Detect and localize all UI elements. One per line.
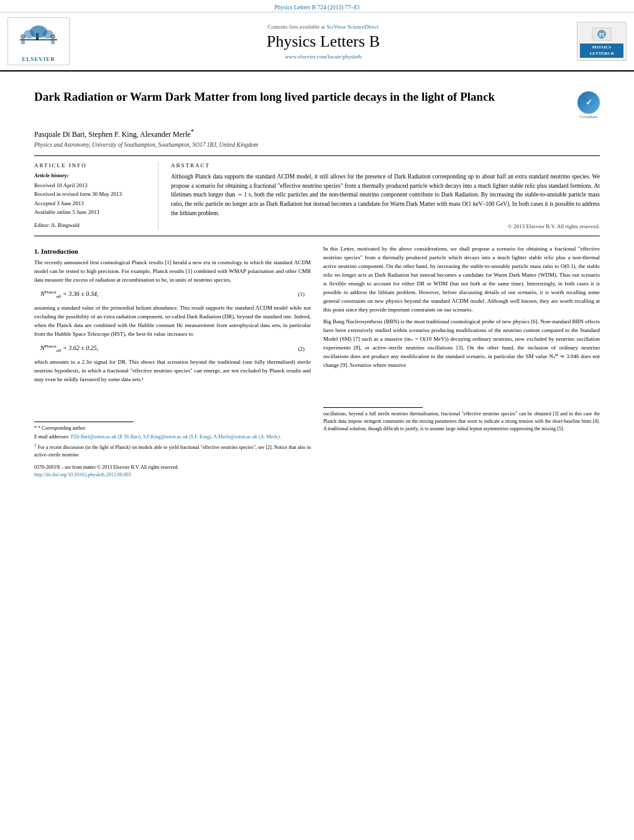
svg-text:PL: PL — [599, 32, 605, 38]
equation-2-label: (2) — [298, 346, 305, 352]
body-col-left: 1. Introduction The recently announced f… — [34, 245, 311, 482]
sciverse-line: Contents lists available at SciVerse Sci… — [82, 24, 564, 30]
equation-1-formula: NPlanckeff = 3.36 ± 0.34, — [40, 290, 98, 299]
email-label: E-mail addresses: — [34, 434, 70, 440]
authors-line: Pasquale Di Bari, Stephen F. King, Alexa… — [34, 127, 600, 139]
footer-divider — [34, 422, 134, 422]
equation-2-formula: NPlanckeff = 3.62 ± 0.25, — [40, 344, 98, 353]
journal-header: ELSEVIER Contents lists available at Sci… — [0, 12, 634, 72]
section1-title: 1. Introduction — [34, 247, 311, 255]
abstract-header: ABSTRACT — [171, 162, 600, 168]
footer-left-area: * * Corresponding author. E-mail address… — [34, 422, 311, 479]
copyright-line: © 2013 Elsevier B.V. All rights reserved… — [171, 223, 600, 229]
equation-2-block: NPlanckeff = 3.62 ± 0.25, (2) — [34, 344, 311, 353]
journal-title: Physics Letters B — [82, 32, 564, 51]
col1-para3: which amounts to a 2.3σ signal for DR. T… — [34, 358, 311, 384]
col1-para2: assuming a standard value of the primord… — [34, 304, 311, 339]
body-col-right: In this Letter, motivated by the above c… — [323, 245, 600, 482]
editor-info: Editor: A. Ringwald — [34, 221, 145, 229]
footnote1-text: For a recent discussion (in the light of… — [34, 445, 311, 458]
issn-text: 0370-2693/$ – see front matter © 2013 El… — [34, 464, 179, 470]
main-content: Dark Radiation or Warm Dark Matter from … — [0, 72, 634, 495]
equation-1-label: (1) — [298, 291, 305, 297]
equation-1-block: NPlanckeff = 3.36 ± 0.34, (1) — [34, 290, 311, 299]
crossmark-badge: ✓ CrossMark — [577, 91, 600, 119]
footnote1-symbol: 1 — [34, 443, 37, 448]
crossmark-icon: ✓ — [577, 91, 600, 114]
footer-right-divider — [323, 407, 423, 408]
col1-para1: The recently announced first cosmologica… — [34, 259, 311, 285]
article-title-text: Dark Radiation or Warm Dark Matter from … — [34, 89, 570, 105]
authors-text: Pasquale Di Bari, Stephen F. King, Alexa… — [34, 130, 191, 139]
pl-logo-icon: PL — [589, 25, 614, 44]
page-container: Physics Letters B 724 (2013) 77–83 ELSEV… — [0, 0, 634, 840]
crossmark-label: CrossMark — [577, 114, 600, 119]
doi-link[interactable]: http://dx.doi.org/10.1016/j.physletb.201… — [34, 472, 131, 478]
elsevier-logo: ELSEVIER — [7, 17, 70, 65]
email-links[interactable]: P.Di-Bari@soton.ac.uk (P. Di Bari), S.F.… — [71, 434, 282, 440]
body-columns: 1. Introduction The recently announced f… — [34, 245, 600, 482]
contents-list-text: Contents lists available at — [268, 24, 325, 30]
affiliation-text: Physics and Astronomy, University of Sou… — [34, 142, 600, 148]
journal-top-bar: Physics Letters B 724 (2013) 77–83 — [0, 0, 634, 12]
email-note: E-mail addresses: P.Di-Bari@soton.ac.uk … — [34, 433, 311, 441]
journal-url: www.elsevier.com/locate/physletb — [82, 53, 564, 60]
journal-center: Contents lists available at SciVerse Sci… — [70, 24, 577, 60]
article-info-header: ARTICLE INFO — [34, 162, 145, 168]
journal-url-link[interactable]: www.elsevier.com/locate/physletb — [285, 53, 361, 60]
col2-para2: Big Bang Nucleosynthesis (BBN) is the mo… — [323, 318, 600, 370]
svg-point-5 — [21, 34, 25, 39]
article-history-label: Article history: — [34, 172, 145, 178]
physics-letters-logo: PL PHYSICS LETTERS B — [577, 22, 627, 60]
corresponding-author-note: * * Corresponding author. — [34, 425, 311, 432]
received-date: Received 10 April 2013 — [34, 181, 145, 190]
elsevier-tree-icon — [17, 21, 60, 55]
accepted-date: Accepted 3 June 2013 — [34, 199, 145, 208]
corresponding-asterisk: * — [191, 127, 195, 135]
abstract-text: Although Planck data supports the standa… — [171, 172, 600, 218]
article-title: Dark Radiation or Warm Dark Matter from … — [34, 89, 570, 105]
sciverse-link[interactable]: SciVerse ScienceDirect — [326, 24, 379, 30]
svg-rect-8 — [51, 39, 55, 44]
svg-rect-6 — [21, 39, 25, 44]
abstract-section: ABSTRACT Although Planck data supports t… — [158, 162, 600, 229]
svg-point-7 — [50, 34, 55, 39]
col2-para1: In this Letter, motivated by the above c… — [323, 245, 600, 315]
footnote1: 1 For a recent discussion (in the light … — [34, 442, 311, 459]
revised-date: Received in revised form 30 May 2013 — [34, 190, 145, 198]
article-info-column: ARTICLE INFO Article history: Received 1… — [34, 162, 158, 229]
article-title-section: Dark Radiation or Warm Dark Matter from … — [34, 89, 600, 119]
journal-citation-link[interactable]: Physics Letters B 724 (2013) 77–83 — [275, 4, 360, 11]
footnote-right-text: oscillations, beyond a full sterile neut… — [323, 410, 600, 433]
elsevier-text-label: ELSEVIER — [22, 56, 55, 62]
footer-right-area: oscillations, beyond a full sterile neut… — [323, 407, 600, 433]
pl-badge-text: PHYSICS LETTERS B — [580, 44, 623, 57]
issn-doi-line: 0370-2693/$ – see front matter © 2013 El… — [34, 464, 311, 479]
available-date: Available online 5 June 2013 — [34, 208, 145, 216]
article-meta-abstract: ARTICLE INFO Article history: Received 1… — [34, 155, 600, 236]
